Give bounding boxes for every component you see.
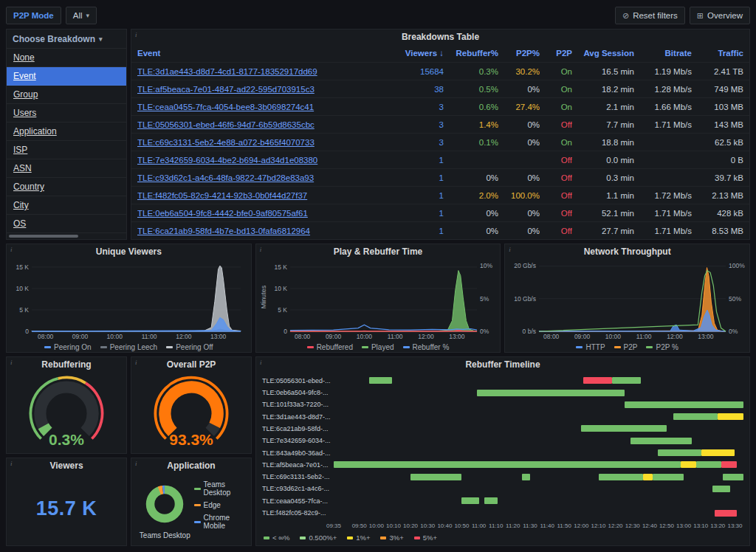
table-row: TLE:af5beaca-7e01-4847-ad22-595d703915c3…	[131, 80, 749, 97]
legend-item[interactable]: Peering Off	[166, 343, 213, 351]
legend-item[interactable]: < ∞%	[264, 534, 289, 542]
traffic-cell: 62.5 kB	[692, 138, 743, 147]
column-header[interactable]: P2P	[540, 49, 572, 58]
legend-item[interactable]: 0.500%+	[300, 534, 337, 542]
timeline-segment[interactable]	[461, 497, 479, 504]
unique-viewers-chart[interactable]: 05 K10 K15 K08:0009:0010:0011:0012:0013:…	[10, 259, 248, 340]
timeline-segment[interactable]	[522, 474, 530, 480]
sidebar-item-event[interactable]: Event	[7, 67, 126, 86]
info-icon[interactable]: i	[10, 359, 13, 366]
legend-item[interactable]: 5%+	[414, 534, 437, 542]
viewers-panel: i Viewers 15.7 K	[6, 458, 127, 546]
p2p-pct-cell: 0%	[498, 227, 540, 235]
application-donut[interactable]: Teams Desktop	[136, 473, 194, 541]
timeline-segment[interactable]	[721, 461, 737, 468]
sidebar-item-none[interactable]: None	[7, 49, 126, 67]
column-header[interactable]: Event	[137, 49, 391, 58]
sidebar-item-users[interactable]: Users	[7, 104, 126, 123]
sidebar-item-asn[interactable]: ASN	[7, 159, 126, 178]
legend-item[interactable]: Played	[362, 343, 394, 351]
sidebar-item-country[interactable]: Country	[7, 178, 126, 196]
event-link[interactable]: TLE:f482fc05-82c9-4214-92b3-0b0f44d27f37	[137, 191, 391, 200]
timeline-segment[interactable]	[658, 449, 701, 456]
event-link[interactable]: TLE:3d1ae443-d8d7-4cd1-8177-18352917dd69	[137, 67, 391, 76]
legend-item[interactable]: Edge	[194, 501, 247, 509]
legend-item[interactable]: P2P	[614, 343, 638, 351]
sidebar-item-city[interactable]: City	[7, 196, 126, 215]
timeline-segment[interactable]	[712, 486, 730, 492]
timeline-segment[interactable]	[477, 390, 625, 396]
p2p-mode-button[interactable]: P2P Mode	[6, 7, 61, 24]
timeline-segment[interactable]	[583, 377, 612, 384]
sidebar-item-os[interactable]: OS	[7, 215, 126, 233]
event-link[interactable]: TLE:05056301-ebed-46f6-94d7-6b59d8635cbc	[137, 120, 391, 129]
event-link[interactable]: TLE:c69c3131-5eb2-4e88-a072-b465f4070733	[137, 138, 391, 147]
legend-marker	[403, 346, 410, 348]
timeline-segment[interactable]	[369, 377, 392, 384]
sidebar-item-application[interactable]: Application	[7, 123, 126, 141]
overview-button[interactable]: ⊞ Overview	[690, 7, 750, 24]
timeline-segment[interactable]	[681, 461, 696, 468]
info-icon[interactable]: i	[10, 460, 13, 467]
timeline-segment[interactable]	[599, 474, 643, 480]
play-rebuffer-chart[interactable]: 05 K10 K15 K0%5%10%08:0009:0010:0011:001…	[259, 259, 498, 340]
info-icon[interactable]: i	[135, 31, 137, 38]
legend-item[interactable]: Chrome Mobile	[194, 514, 247, 530]
timeline-segment[interactable]	[723, 474, 743, 480]
info-icon[interactable]: i	[135, 460, 137, 467]
column-header[interactable]: Bitrate	[634, 49, 692, 58]
legend-item[interactable]: Rebuffer %	[403, 343, 450, 351]
bitrate-cell: 1.71 Mb/s	[634, 227, 692, 235]
legend-item[interactable]: Rebuffered	[307, 343, 353, 351]
sidebar-item-isp[interactable]: ISP	[7, 141, 126, 159]
legend-item[interactable]: 1%+	[347, 534, 370, 542]
timeline-segment[interactable]	[625, 401, 743, 408]
column-header[interactable]: Avg Session	[572, 49, 634, 58]
sidebar-header[interactable]: Choose Breakdown ▾	[7, 30, 126, 49]
session-cell: 27.7 min	[572, 227, 634, 235]
info-icon[interactable]: i	[509, 246, 511, 253]
network-throughput-chart[interactable]: 0 b/s10 Gb/s20 Gb/s0%50%100%08:0009:0010…	[508, 259, 746, 340]
legend-item[interactable]: P2P %	[646, 343, 678, 351]
timeline-segment[interactable]	[630, 438, 692, 444]
event-link[interactable]: TLE:ceaa0455-7fca-4054-bee8-3b0698274c41	[137, 103, 391, 111]
timeline-segment[interactable]	[581, 425, 666, 432]
info-icon[interactable]: i	[260, 359, 262, 366]
column-header[interactable]: Rebuffer%	[444, 49, 498, 58]
timeline-segment[interactable]	[718, 413, 743, 420]
timeline-segment[interactable]	[653, 474, 684, 480]
info-icon[interactable]: i	[10, 246, 13, 253]
timeline-segment[interactable]	[410, 474, 461, 480]
column-header[interactable]: Viewers ↓	[391, 49, 444, 58]
legend-item[interactable]: Teams Desktop	[194, 480, 247, 497]
timeline-segment[interactable]	[643, 474, 653, 480]
bitrate-cell: 1.66 Mb/s	[634, 103, 692, 111]
info-icon[interactable]: i	[260, 246, 262, 253]
svg-text:13:00: 13:00	[210, 333, 227, 340]
event-link[interactable]: TLE:af5beaca-7e01-4847-ad22-595d703915c3	[137, 85, 391, 94]
horizontal-scrollbar[interactable]	[9, 235, 78, 238]
event-link[interactable]: TLE:c93d62c1-a4c6-48fa-9822-47bd28e83a93	[137, 173, 391, 182]
legend-item[interactable]: HTTP	[576, 343, 605, 351]
legend-item[interactable]: Peering Leech	[100, 343, 158, 351]
info-icon[interactable]: i	[135, 359, 137, 366]
event-link[interactable]: TLE:7e342659-6034-4be2-b694-ad34d1e08380	[137, 156, 391, 165]
axis-tick-label: 13:10	[693, 522, 708, 529]
timeline-segment[interactable]	[334, 461, 681, 468]
timeline-segment[interactable]	[612, 377, 641, 384]
column-header[interactable]: P2P%	[498, 49, 540, 58]
filter-select[interactable]: All ▾	[66, 7, 97, 24]
legend-item[interactable]: 3%+	[380, 534, 403, 542]
sidebar-item-group[interactable]: Group	[7, 86, 126, 104]
event-link[interactable]: TLE:6ca21ab9-58fd-4b7e-bd13-0fafa6812964	[137, 227, 391, 235]
overall-p2p-gauge: 93.3%	[131, 372, 251, 452]
timeline-segment[interactable]	[484, 497, 498, 504]
column-header[interactable]: Traffic	[692, 49, 743, 58]
timeline-segment[interactable]	[715, 510, 738, 517]
timeline-segment[interactable]	[701, 449, 735, 456]
event-link[interactable]: TLE:0eb6a504-9fc8-4442-bfe0-9af80575af61	[137, 209, 391, 218]
legend-item[interactable]: Peering On	[44, 343, 92, 351]
timeline-segment[interactable]	[696, 461, 722, 468]
timeline-segment[interactable]	[673, 413, 718, 420]
reset-filters-button[interactable]: ⊘ Reset filters	[615, 7, 685, 24]
